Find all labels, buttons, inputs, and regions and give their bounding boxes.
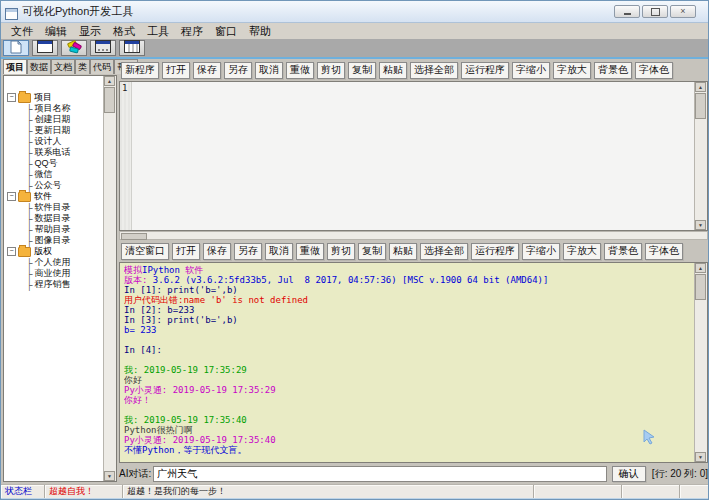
editor-toolbar-button-2[interactable]: 保存 bbox=[193, 62, 221, 79]
output-toolbar-button-2[interactable]: 保存 bbox=[203, 243, 231, 260]
editor-toolbar-button-9[interactable]: 选择全部 bbox=[410, 62, 458, 79]
editor-toolbar-button-12[interactable]: 字放大 bbox=[553, 62, 591, 79]
output-toolbar-button-7[interactable]: 复制 bbox=[358, 243, 386, 260]
new-file-icon bbox=[10, 40, 22, 57]
editor-toolbar-button-13[interactable]: 背景色 bbox=[594, 62, 632, 79]
editor-h-scrollbar[interactable] bbox=[119, 231, 708, 240]
editor-toolbar-button-3[interactable]: 另存 bbox=[224, 62, 252, 79]
output-toolbar-button-11[interactable]: 字缩小 bbox=[522, 243, 560, 260]
editor-scrollbar[interactable]: ▲ ▼ bbox=[694, 82, 707, 230]
window-icon bbox=[37, 40, 53, 56]
new-file-button[interactable] bbox=[3, 40, 29, 56]
app-window: 可视化Python开发工具 × 文件编辑显示格式工具程序窗口帮助 项目数据文档类… bbox=[0, 0, 709, 500]
minimize-button[interactable] bbox=[614, 5, 640, 18]
scroll-down-icon[interactable]: ▼ bbox=[695, 452, 706, 462]
console-text-segment: 3.6.2 (v3.6.2:5fd33b5, Jul 8 2017, 04:57… bbox=[153, 275, 549, 285]
left-tab-strip: 项目数据文档类代码帮助 bbox=[3, 59, 117, 74]
console-text-segment: 我: 2019-05-19 17:35:40 bbox=[124, 415, 247, 425]
dialog-window-button[interactable] bbox=[90, 40, 116, 56]
output-toolbar-button-1[interactable]: 打开 bbox=[172, 243, 200, 260]
editor-toolbar-button-14[interactable]: 字体色 bbox=[635, 62, 673, 79]
tab-4[interactable]: 代码 bbox=[90, 59, 114, 74]
tree-branch-icon: ├ bbox=[26, 214, 32, 224]
output-toolbar-button-9[interactable]: 选择全部 bbox=[420, 243, 468, 260]
console-text-segment: In [4]: bbox=[124, 345, 162, 355]
console-text-segment: 版本: bbox=[124, 275, 153, 285]
editor-toolbar-button-5[interactable]: 重做 bbox=[286, 62, 314, 79]
window-form-button[interactable] bbox=[32, 40, 58, 56]
menu-item-0[interactable]: 文件 bbox=[5, 24, 39, 39]
menu-item-2[interactable]: 显示 bbox=[73, 24, 107, 39]
output-toolbar-button-8[interactable]: 粘贴 bbox=[389, 243, 417, 260]
editor-toolbar-button-7[interactable]: 复制 bbox=[348, 62, 376, 79]
editor-toolbar-button-4[interactable]: 取消 bbox=[255, 62, 283, 79]
scroll-up-icon[interactable]: ▲ bbox=[104, 76, 115, 86]
scrollbar-thumb[interactable] bbox=[695, 274, 706, 300]
console-text-segment: 你好！ bbox=[124, 395, 151, 405]
editor-toolbar-button-11[interactable]: 字缩小 bbox=[512, 62, 550, 79]
tab-3[interactable]: 类 bbox=[75, 59, 90, 74]
console-line: Py小灵通: 2019-05-19 17:35:29 bbox=[124, 385, 692, 395]
output-toolbar-button-4[interactable]: 取消 bbox=[265, 243, 293, 260]
tree-item[interactable]: ├程序销售 bbox=[4, 279, 104, 290]
project-tree: −项目├项目名称├创建日期├更新日期├设计人├联系电话├QQ号├微信├公众号−软… bbox=[4, 76, 104, 481]
collapse-icon[interactable]: − bbox=[7, 247, 16, 256]
scroll-up-icon[interactable]: ▲ bbox=[695, 82, 706, 92]
output-console[interactable]: 模拟IPython 软件版本: 3.6.2 (v3.6.2:5fd33b5, J… bbox=[119, 262, 708, 463]
console-text-segment: 模拟 bbox=[124, 265, 142, 275]
menu-item-7[interactable]: 帮助 bbox=[243, 24, 277, 39]
tab-0[interactable]: 项目 bbox=[3, 59, 27, 74]
editor-toolbar-button-0[interactable]: 新程序 bbox=[121, 62, 159, 79]
tab-1[interactable]: 数据 bbox=[27, 59, 51, 74]
crayons-icon bbox=[67, 40, 82, 57]
code-editor[interactable]: 1 ▲ ▼ bbox=[119, 81, 708, 231]
editor-toolbar-button-1[interactable]: 打开 bbox=[162, 62, 190, 79]
collapse-icon[interactable]: − bbox=[7, 93, 16, 102]
close-icon: × bbox=[680, 7, 685, 16]
editor-toolbar-button-8[interactable]: 粘贴 bbox=[379, 62, 407, 79]
editor-text-area[interactable] bbox=[133, 82, 694, 230]
tree-branch-icon: ├ bbox=[26, 181, 32, 191]
scroll-down-icon[interactable]: ▼ bbox=[695, 220, 706, 230]
mouse-cursor-icon bbox=[641, 429, 657, 450]
format-colors-button[interactable] bbox=[61, 40, 87, 56]
console-text-segment: b= 233 bbox=[124, 325, 157, 335]
maximize-button[interactable] bbox=[642, 5, 668, 18]
output-toolbar-button-3[interactable]: 另存 bbox=[234, 243, 262, 260]
menu-item-3[interactable]: 格式 bbox=[107, 24, 141, 39]
close-button[interactable]: × bbox=[670, 5, 696, 18]
menu-item-6[interactable]: 窗口 bbox=[209, 24, 243, 39]
scrollbar-thumb[interactable] bbox=[104, 87, 115, 113]
console-line: In [2]: b=233 bbox=[124, 305, 692, 315]
collapse-icon[interactable]: − bbox=[7, 192, 16, 201]
tree-scrollbar[interactable]: ▲ ▼ bbox=[103, 76, 116, 481]
ai-chat-input[interactable] bbox=[153, 466, 607, 482]
console-line: Py小灵通: 2019-05-19 17:35:40 bbox=[124, 435, 692, 445]
menu-item-4[interactable]: 工具 bbox=[141, 24, 175, 39]
editor-toolbar-button-10[interactable]: 运行程序 bbox=[461, 62, 509, 79]
output-toolbar-button-6[interactable]: 剪切 bbox=[327, 243, 355, 260]
scroll-up-icon[interactable]: ▲ bbox=[695, 263, 706, 273]
tree-item[interactable]: ├QQ号 bbox=[4, 158, 104, 169]
maximize-icon bbox=[651, 8, 660, 16]
scroll-down-icon[interactable]: ▼ bbox=[104, 471, 115, 481]
output-toolbar-button-5[interactable]: 重做 bbox=[296, 243, 324, 260]
menu-item-1[interactable]: 编辑 bbox=[39, 24, 73, 39]
grid-table-button[interactable] bbox=[119, 40, 145, 56]
scrollbar-thumb[interactable] bbox=[121, 233, 147, 240]
output-toolbar-button-14[interactable]: 字体色 bbox=[645, 243, 683, 260]
output-toolbar-button-10[interactable]: 运行程序 bbox=[471, 243, 519, 260]
menu-item-5[interactable]: 程序 bbox=[175, 24, 209, 39]
tab-2[interactable]: 文档 bbox=[51, 59, 75, 74]
console-line: In [1]: print('b=',b) bbox=[124, 285, 692, 295]
status-cell-1: 超越自我！ bbox=[45, 485, 123, 499]
editor-toolbar-button-6[interactable]: 剪切 bbox=[317, 62, 345, 79]
output-toolbar-button-13[interactable]: 背景色 bbox=[604, 243, 642, 260]
console-line bbox=[124, 405, 692, 415]
output-toolbar-button-12[interactable]: 字放大 bbox=[563, 243, 601, 260]
window-title: 可视化Python开发工具 bbox=[22, 4, 614, 19]
confirm-button[interactable]: 确认 bbox=[612, 466, 646, 482]
output-toolbar-button-0[interactable]: 清空窗口 bbox=[121, 243, 169, 260]
scrollbar-thumb[interactable] bbox=[695, 93, 706, 119]
console-scrollbar[interactable]: ▲ ▼ bbox=[694, 263, 707, 462]
